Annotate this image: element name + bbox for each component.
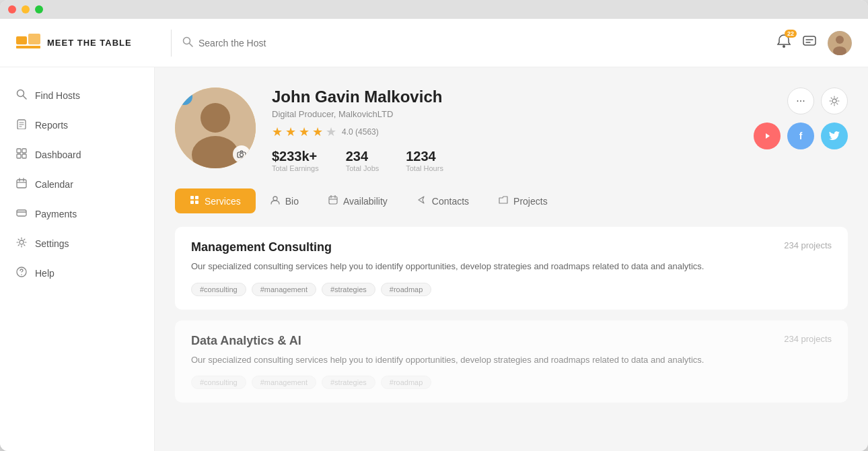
- sidebar-item-dashboard[interactable]: Dashboard: [0, 140, 154, 170]
- messages-button[interactable]: [802, 34, 817, 52]
- sidebar-label-reports: Reports: [35, 120, 68, 131]
- profile-title: Digital Producer, MalkovichLTD: [272, 109, 754, 119]
- star-5: ★: [326, 125, 336, 139]
- settings-button[interactable]: [821, 88, 848, 114]
- service-ai-title: Data Analytics & AI: [191, 334, 301, 348]
- stat-earnings: $233k+ Total Earnings: [272, 149, 319, 172]
- svg-rect-2: [16, 46, 40, 48]
- calendar-icon: [16, 178, 27, 191]
- svg-rect-6: [803, 36, 816, 45]
- facebook-icon: f: [799, 131, 803, 141]
- search-icon: [16, 89, 27, 102]
- svg-line-4: [190, 43, 193, 46]
- svg-point-30: [201, 103, 230, 133]
- availability-tab-label: Availability: [343, 196, 388, 207]
- availability-tab-icon: [328, 195, 338, 207]
- facebook-button[interactable]: f: [787, 123, 814, 149]
- profile-tabs: Services Bio: [175, 188, 848, 213]
- star-1: ★: [272, 125, 283, 139]
- svg-rect-16: [17, 149, 21, 153]
- more-icon: ···: [796, 95, 805, 107]
- svg-point-5: [783, 45, 785, 48]
- search-input[interactable]: [198, 38, 400, 48]
- header: MEET THE TABLE 22: [0, 19, 868, 67]
- stat-jobs-value: 234: [346, 149, 379, 164]
- svg-rect-38: [195, 201, 198, 204]
- twitter-button[interactable]: [821, 123, 848, 149]
- projects-tab-icon: [499, 195, 508, 207]
- sidebar-item-payments[interactable]: Payments: [0, 199, 154, 229]
- svg-rect-36: [195, 196, 198, 199]
- sidebar-label-help: Help: [35, 268, 55, 279]
- sidebar-item-settings[interactable]: Settings: [0, 229, 154, 258]
- gear-icon: [829, 96, 840, 106]
- service-card-ai: Data Analytics & AI 234 projects Our spe…: [175, 320, 848, 403]
- sidebar-item-reports[interactable]: Reports: [0, 110, 154, 140]
- rating-value: 4.0 (4563): [342, 127, 379, 137]
- service-projects-count: 234 projects: [784, 240, 832, 250]
- tag-ai-management: #management: [252, 376, 316, 389]
- stat-hours: 1234 Total Hours: [406, 149, 443, 172]
- sidebar-item-calendar[interactable]: Calendar: [0, 170, 154, 199]
- close-button[interactable]: [8, 5, 16, 13]
- twitter-icon: [829, 131, 840, 141]
- sidebar-label-find-hosts: Find Hosts: [35, 90, 80, 101]
- camera-icon[interactable]: [233, 145, 250, 163]
- services-tab-icon: [190, 195, 199, 207]
- tag-consulting: #consulting: [191, 283, 246, 296]
- tab-services[interactable]: Services: [175, 188, 256, 213]
- profile-info: John Gavin Malkovich Digital Producer, M…: [272, 88, 754, 172]
- svg-point-28: [21, 274, 22, 275]
- svg-point-34: [832, 99, 836, 103]
- tab-projects[interactable]: Projects: [484, 188, 563, 213]
- search-area: [182, 36, 776, 50]
- contacts-tab-label: Contacts: [432, 196, 469, 207]
- social-buttons-row: f: [754, 123, 848, 149]
- stat-hours-value: 1234: [406, 149, 443, 164]
- more-options-button[interactable]: ···: [787, 88, 814, 114]
- svg-rect-18: [17, 154, 21, 158]
- notification-badge: 22: [785, 30, 797, 38]
- youtube-button[interactable]: [754, 123, 781, 149]
- stat-jobs: 234 Total Jobs: [346, 149, 379, 172]
- title-bar: [0, 0, 868, 19]
- sidebar-item-find-hosts[interactable]: Find Hosts: [0, 81, 154, 110]
- stat-jobs-label: Total Jobs: [346, 164, 379, 172]
- sidebar: Find Hosts Reports: [0, 67, 155, 451]
- header-right: 22: [776, 31, 852, 55]
- sidebar-label-dashboard: Dashboard: [35, 149, 81, 160]
- payments-icon: [16, 207, 27, 221]
- service-ai-description: Our specialized consulting services help…: [191, 353, 832, 367]
- service-ai-tags: #consulting #management #strategies #roa…: [191, 376, 832, 389]
- star-4: ★: [312, 125, 323, 139]
- star-3: ★: [299, 125, 310, 139]
- tab-contacts[interactable]: Contacts: [402, 188, 484, 213]
- contacts-tab-icon: [417, 195, 427, 207]
- svg-rect-40: [329, 197, 337, 204]
- svg-rect-24: [17, 210, 26, 216]
- stat-hours-label: Total Hours: [406, 164, 443, 172]
- profile-name: John Gavin Malkovich: [272, 88, 754, 106]
- notification-button[interactable]: 22: [776, 34, 791, 52]
- app-container: MEET THE TABLE 22: [0, 19, 868, 451]
- projects-tab-label: Projects: [513, 196, 548, 207]
- service-tags: #consulting #management #strategies #roa…: [191, 283, 832, 296]
- action-buttons-row: ···: [787, 88, 848, 114]
- logo-icon: [16, 31, 40, 55]
- maximize-button[interactable]: [35, 5, 43, 13]
- body: Find Hosts Reports: [0, 67, 868, 451]
- youtube-icon: [762, 132, 772, 140]
- tag-management: #management: [252, 283, 316, 296]
- svg-line-11: [24, 96, 27, 100]
- sidebar-label-calendar: Calendar: [35, 179, 73, 190]
- minimize-button[interactable]: [22, 5, 30, 13]
- app-window: MEET THE TABLE 22: [0, 0, 868, 451]
- tab-bio[interactable]: Bio: [256, 188, 314, 213]
- header-divider: [171, 30, 172, 57]
- svg-rect-20: [17, 180, 26, 188]
- avatar[interactable]: [828, 31, 852, 55]
- stat-earnings-value: $233k+: [272, 149, 319, 164]
- service-card-ai-header: Data Analytics & AI 234 projects: [191, 334, 832, 348]
- sidebar-item-help[interactable]: Help: [0, 258, 154, 288]
- tab-availability[interactable]: Availability: [314, 188, 402, 213]
